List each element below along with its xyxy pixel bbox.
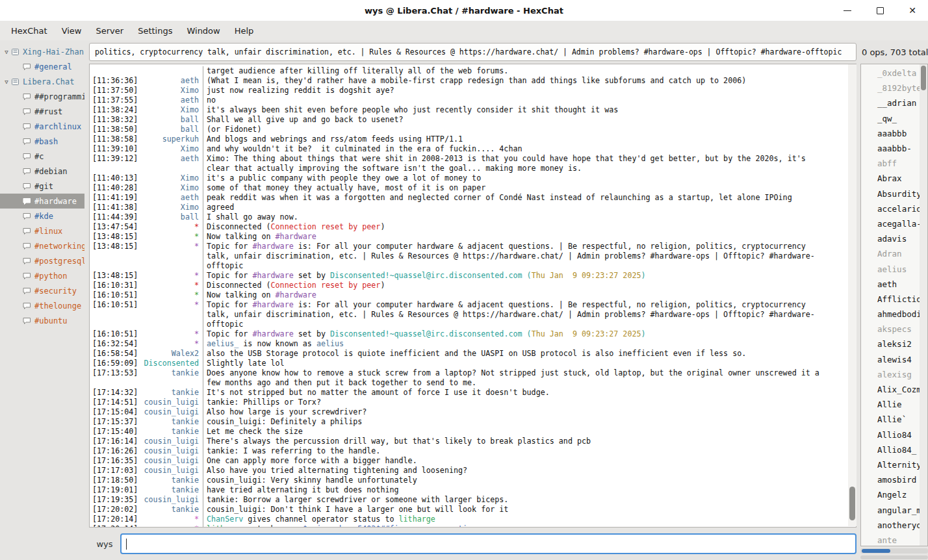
menu-item-settings[interactable]: Settings [131, 23, 179, 39]
user-list-item[interactable]: Allio84 [861, 427, 927, 442]
chat-message-segment: Ximo: The thing about things that were s… [207, 154, 810, 173]
user-list-item[interactable]: Afflictio [861, 292, 927, 307]
menu-item-help[interactable]: Help [227, 23, 261, 39]
chat-message: It's not stripped but no matter the amou… [203, 388, 832, 398]
sidebar-item--rust[interactable]: ##rust [0, 104, 84, 119]
user-list-item[interactable]: akspecs [861, 322, 927, 337]
user-list-item[interactable]: Abrax [861, 171, 927, 186]
chat-row: [11:38:24]Ximoit's always been shit even… [92, 105, 856, 115]
user-list-item[interactable]: Angelz [861, 487, 927, 502]
user-list-item[interactable]: Adran [861, 246, 927, 261]
menu-item-view[interactable]: View [55, 23, 89, 39]
user-nick: Allio84_ [877, 445, 916, 455]
chat-event-star: * [139, 339, 203, 349]
user-list-item[interactable]: _0xdelta [861, 66, 927, 81]
chat-timestamp: [11:37:55] [92, 95, 139, 105]
sidebar-item--archlinux[interactable]: #archlinux [0, 119, 84, 134]
tree-server-libera-chat[interactable]: ▽Libera.Chat [0, 74, 84, 89]
user-list-item[interactable]: abff [861, 156, 927, 171]
sidebar-item--networking[interactable]: #networking [0, 238, 84, 253]
menu-item-hexchat[interactable]: HexChat [4, 23, 55, 39]
user-list-item[interactable]: ahmedbodi [861, 307, 927, 322]
chat-row: [16:10:51]*Topic for #hardware set by Di… [92, 329, 856, 339]
message-input[interactable] [120, 533, 857, 554]
user-list-item[interactable]: alexisg [861, 367, 927, 382]
minimize-button[interactable] [842, 5, 853, 16]
sidebar-item--linux[interactable]: #linux [0, 223, 84, 238]
user-nick: aaabbb [877, 129, 907, 138]
menu-item-window[interactable]: Window [179, 23, 227, 39]
user-list-item[interactable]: aaabbb [861, 126, 927, 141]
chat-timestamp: [13:47:54] [92, 222, 139, 232]
userlist-scrollbar[interactable] [920, 64, 927, 546]
own-nick-label[interactable]: wys [89, 539, 120, 549]
chat-timestamp: [17:13:53] [92, 368, 139, 378]
chat-nick: cousin_luigi [139, 407, 203, 417]
user-list-item[interactable]: aeth [861, 277, 927, 292]
user-list-item[interactable]: alewis4 [861, 352, 927, 367]
chat-nick: Walex2 [139, 349, 203, 359]
sidebar-item--python[interactable]: #python [0, 268, 84, 283]
close-button[interactable]: ✕ [907, 5, 918, 16]
user-list-item[interactable]: _8192byte [861, 81, 927, 95]
tree-server-xing-hai-zhan[interactable]: ▽Xing-Hai-Zhan [0, 44, 84, 59]
sidebar-item--security[interactable]: #security [0, 283, 84, 298]
chat-message: Does anyone know how to remove a stuck s… [203, 368, 832, 388]
user-nick: abff [877, 159, 897, 168]
userlist-hscrollbar-track[interactable] [860, 555, 928, 559]
chat-message-segment: $a:joeyzheng5403$##fix_your_connection [303, 524, 476, 528]
user-list-item[interactable]: adavis [861, 231, 927, 246]
user-list-item[interactable]: angular_m [861, 502, 927, 517]
userlist-hscrollbar-thumb[interactable] [862, 549, 890, 553]
user-list-item[interactable]: anotheryo [861, 518, 927, 533]
chat-scrollbar[interactable] [848, 64, 857, 526]
menu-item-server[interactable]: Server [88, 23, 131, 39]
sidebar-item--postgresql[interactable]: #postgresql [0, 253, 84, 268]
chat-row: [17:15:40]tankieLet me check the size [92, 427, 856, 437]
user-list-item[interactable]: accelario [861, 201, 927, 216]
chat-nick: tankie [139, 368, 203, 378]
userlist-hscrollbar[interactable] [860, 548, 928, 554]
user-list-item[interactable]: amosbird [861, 472, 927, 487]
user-list-item[interactable]: __adrian [861, 95, 927, 110]
chat-row: [17:19:01]tankiehave tried alternating i… [92, 485, 856, 495]
maximize-button[interactable] [875, 5, 885, 16]
tree-item-label: #hardware [34, 197, 77, 206]
user-list-item[interactable]: Allio84_ [861, 442, 927, 457]
tree-expander-icon[interactable]: ▽ [2, 49, 11, 55]
user-list-item[interactable]: aelius [861, 261, 927, 276]
sidebar-item--general[interactable]: #general [0, 59, 84, 74]
user-list-item[interactable]: _qw_ [861, 111, 927, 126]
chat-nick: ball [139, 115, 203, 125]
chat-timestamp: [17:16:14] [92, 437, 139, 446]
chat-message: litharge sets ban on $a:joeyzheng5403$##… [203, 524, 832, 528]
tree-expander-icon[interactable]: ▽ [2, 79, 11, 85]
userlist-scrollbar-thumb[interactable] [921, 66, 926, 90]
chat-message: I shall go away now. [203, 212, 832, 222]
sidebar-item--kde[interactable]: #kde [0, 209, 84, 223]
user-list-item[interactable]: Allie [861, 397, 927, 412]
sidebar-item--git[interactable]: #git [0, 179, 84, 194]
user-list-item[interactable]: Allie` [861, 412, 927, 427]
sidebar-item--c[interactable]: #c [0, 149, 84, 164]
user-list-item[interactable]: Absurdity [861, 186, 927, 201]
sidebar-item--ubuntu[interactable]: #ubuntu [0, 313, 84, 328]
user-list-item[interactable]: ante [861, 533, 927, 546]
chat-scrollbar-thumb[interactable] [849, 487, 855, 520]
chat-row: [17:19:35]cousin_luigitankie: Borrow a l… [92, 495, 856, 505]
sidebar-item--debian[interactable]: #debian [0, 164, 84, 179]
sidebar-item--hardware[interactable]: #hardware [0, 194, 84, 209]
user-list-item[interactable]: acegalla- [861, 216, 927, 231]
user-list-item[interactable]: Alix_Cozm [861, 382, 927, 397]
chat-message: Disconnected (Connection reset by peer) [203, 281, 832, 290]
topic-bar[interactable]: politics, cryptocurrency talk, unfair di… [89, 43, 857, 61]
chat-message-segment: cousin_luigi: Very skinny handle unfortu… [207, 476, 417, 485]
user-list-item[interactable]: aleksi2 [861, 337, 927, 351]
sidebar-item--thelounge[interactable]: #thelounge [0, 298, 84, 313]
user-list-item[interactable]: Alternity [861, 457, 927, 472]
chat-timestamp: [11:40:13] [92, 173, 139, 183]
chat-message-segment: also the USB Storage protocol is quiote … [207, 349, 746, 358]
sidebar-item--programmi[interactable]: ##programmi [0, 89, 84, 104]
sidebar-item--bash[interactable]: #bash [0, 134, 84, 149]
user-list-item[interactable]: aaabbb- [861, 141, 927, 156]
